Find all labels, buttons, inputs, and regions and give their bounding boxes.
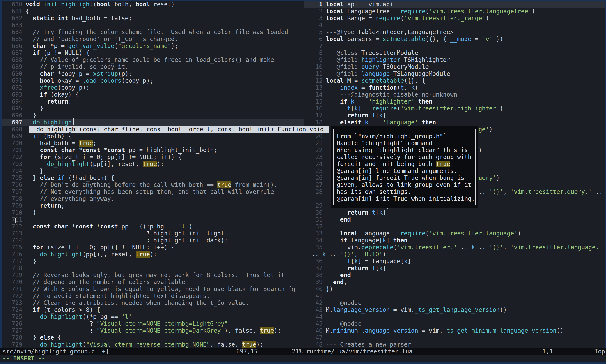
code-line[interactable]: 10---@field query TSQueryModule	[304, 63, 605, 70]
code-line[interactable]: 720 // depend on the number of colors av…	[2, 279, 304, 286]
code-line[interactable]: 685 // and 'background' or 't_Co' is cha…	[2, 36, 304, 42]
line-number: 25	[304, 168, 326, 174]
code-line[interactable]: 711	[2, 216, 304, 223]
code-line[interactable]: 705 } else if (!had_both) {	[2, 174, 304, 181]
code-line[interactable]: 716 do_highlight(pp[i], reset, true);	[2, 251, 304, 258]
code-line[interactable]: 2local LanguageTree = require('vim.trees…	[304, 8, 605, 15]
code-line[interactable]: 728 } else {	[2, 334, 304, 341]
line-number: 22	[304, 147, 326, 154]
code-line[interactable]: 680void init_highlight(bool both, bool r…	[2, 1, 304, 8]
code-line[interactable]: 45--- @nodoc	[304, 320, 605, 327]
code-line[interactable]: 694 return;	[2, 98, 304, 105]
code-line[interactable]: 42--- @nodoc	[304, 299, 605, 306]
code-line[interactable]: 701 const char *const *const pp = highli…	[2, 147, 304, 154]
code-line[interactable]: 683	[2, 22, 304, 29]
left-editor-pane[interactable]: 680void init_highlight(bool both, bool r…	[2, 1, 304, 348]
line-number: 722	[2, 292, 26, 299]
code-line[interactable]: 706 // Don't do anything before the call…	[2, 181, 304, 188]
code-line[interactable]: 724 if (t_colors > 8) {	[2, 306, 304, 313]
code-line[interactable]: 11---@field language TSLanguageModule	[304, 70, 605, 77]
code-line[interactable]: 17 return t[k]	[304, 112, 605, 119]
code-line[interactable]: 1local api = vim.api	[304, 1, 605, 8]
code-line[interactable]: 6local parsers = setmetatable({}, { __mo…	[304, 36, 605, 42]
code-line[interactable]: 15 if k == 'highlighter' then	[304, 98, 605, 105]
code-line[interactable]: 41	[304, 292, 605, 299]
code-line[interactable]: 13 __index = function(t, k)	[304, 84, 605, 91]
window-separator[interactable]	[304, 1, 304, 348]
code-line[interactable]: 718	[2, 265, 304, 272]
mode-indicator: -- INSERT --	[2, 355, 45, 362]
code-line[interactable]: 43M.language_version = vim._ts_get_langu…	[304, 306, 605, 313]
code-line[interactable]: 31 end	[304, 216, 605, 223]
code-line[interactable]: 12local M = setmetatable({}, {	[304, 77, 605, 84]
code-line[interactable]: 684 // Try finding the color scheme file…	[2, 29, 304, 36]
code-line[interactable]: 8---@class TreesitterModule	[304, 50, 605, 56]
code-line[interactable]: 686 char *p = get_var_value("g:colors_na…	[2, 42, 304, 50]
code-line[interactable]: 691 bool okay = load_colors(copy_p);	[2, 77, 304, 84]
code-line[interactable]: 48--- Creates a new parser	[304, 341, 605, 348]
code-line[interactable]: 714 : highlight_init_dark);	[2, 237, 304, 244]
code-line[interactable]: 713 ? highlight_init_light	[2, 230, 304, 237]
code-line[interactable]: .. k .. '()', '0.10')	[304, 251, 605, 258]
line-number: 9	[304, 56, 326, 63]
status-bar[interactable]: src/nvim/highlight_group.c [+] 697,15 21…	[0, 348, 606, 355]
code-line[interactable]: 726 ? "Visual cterm=NONE ctermbg=LightGr…	[2, 320, 304, 327]
code-line[interactable]: 38 end	[304, 272, 605, 279]
code-line[interactable]: 18 elseif k == 'language' then	[304, 119, 605, 126]
line-number: 47	[304, 334, 326, 341]
code-line[interactable]: 46M.minimum_language_version = vim._ts_g…	[304, 327, 605, 334]
code-line[interactable]: 710 }	[2, 209, 304, 216]
code-line[interactable]: 30 return t[k]	[304, 209, 605, 216]
code-line[interactable]: 9---@field highlighter TSHighlighter	[304, 56, 605, 63]
code-line[interactable]: 693 if (okay) {	[2, 91, 304, 98]
code-line[interactable]: 3local Range = require('vim.treesitter._…	[304, 15, 605, 22]
line-number: 41	[304, 292, 326, 299]
code-line[interactable]: 14 ---@diagnostic disable:no-unknown	[304, 91, 605, 98]
code-line[interactable]: 707 // Not everything has been setup the…	[2, 188, 304, 195]
code-line[interactable]: 681{	[2, 8, 304, 15]
code-line[interactable]: 700 had_both = true;	[2, 140, 304, 147]
code-line[interactable]: 39 end,	[304, 279, 605, 286]
code-line[interactable]: 40})	[304, 286, 605, 292]
line-number: 709	[2, 202, 26, 209]
code-line[interactable]: 47	[304, 334, 605, 341]
code-line[interactable]: 727 : "Visual cterm=NONE ctermbg=DarkGre…	[2, 327, 304, 334]
code-line[interactable]: 689 // p invalid, so copy it.	[2, 63, 304, 70]
code-line[interactable]: 708 // everything anyway.	[2, 195, 304, 202]
code-line[interactable]: 723 // Clear the attributes, needed when…	[2, 299, 304, 306]
code-line[interactable]: 709 return;	[2, 202, 304, 209]
code-line[interactable]: 717 }	[2, 258, 304, 265]
code-line[interactable]: 5---@type table<integer,LanguageTree>	[304, 29, 605, 36]
code-line[interactable]: 702 for (size_t i = 0; pp[i] != NULL; i+…	[2, 154, 304, 161]
code-line[interactable]: 699 if (both) {	[2, 133, 304, 140]
code-line[interactable]: 692 xfree(copy_p);	[2, 84, 304, 91]
code-line[interactable]: 44	[304, 313, 605, 320]
code-line[interactable]: 36 t[k] = language[k]	[304, 258, 605, 265]
code-line[interactable]: 703 do_highlight(pp[i], reset, true);	[2, 161, 304, 168]
code-line[interactable]: 690 char *copy_p = xstrdup(p);	[2, 70, 304, 77]
code-line[interactable]: 721 // With 8 colors brown is equal to y…	[2, 286, 304, 292]
code-line[interactable]: 37 return t[k]	[304, 265, 605, 272]
code-line[interactable]: 722 // to avoid Statement highlighted te…	[2, 292, 304, 299]
line-number: 44	[304, 313, 326, 320]
code-line[interactable]: 697 do_highlight	[2, 119, 304, 126]
code-line[interactable]: 704 }	[2, 168, 304, 174]
code-line[interactable]: 34 if language[k] then	[304, 237, 605, 244]
code-line[interactable]: 4	[304, 22, 605, 29]
code-line[interactable]: 688 // Value of g:colors_name could be f…	[2, 56, 304, 63]
code-line[interactable]: 16 t[k] = require('vim.treesitter.highli…	[304, 105, 605, 112]
code-line[interactable]: 729 do_highlight("Visual cterm=reverse c…	[2, 341, 304, 348]
code-line[interactable]: 712 const char *const *const pp = ((*p_b…	[2, 223, 304, 230]
code-line[interactable]: 33 local language = require('vim.treesit…	[304, 230, 605, 237]
popup-text-line: has its own settings.	[337, 188, 411, 195]
code-line[interactable]: 7	[304, 42, 605, 50]
code-line[interactable]: 32	[304, 223, 605, 230]
code-line[interactable]: 715 for (size_t i = 0; pp[i] != NULL; i+…	[2, 244, 304, 251]
code-line[interactable]: 687 if (p != NULL) {	[2, 50, 304, 56]
code-line[interactable]: 725 do_highlight((*p_bg == 'l'	[2, 313, 304, 320]
code-line[interactable]: 35 vim.deprecate('vim.treesitter.' .. k …	[304, 244, 605, 251]
code-line[interactable]: 695 }	[2, 105, 304, 112]
code-line[interactable]: 696 }	[2, 112, 304, 119]
code-line[interactable]: 719 // Reverse looks ugly, but grey may …	[2, 272, 304, 279]
code-line[interactable]: 682 static int had_both = false;	[2, 15, 304, 22]
